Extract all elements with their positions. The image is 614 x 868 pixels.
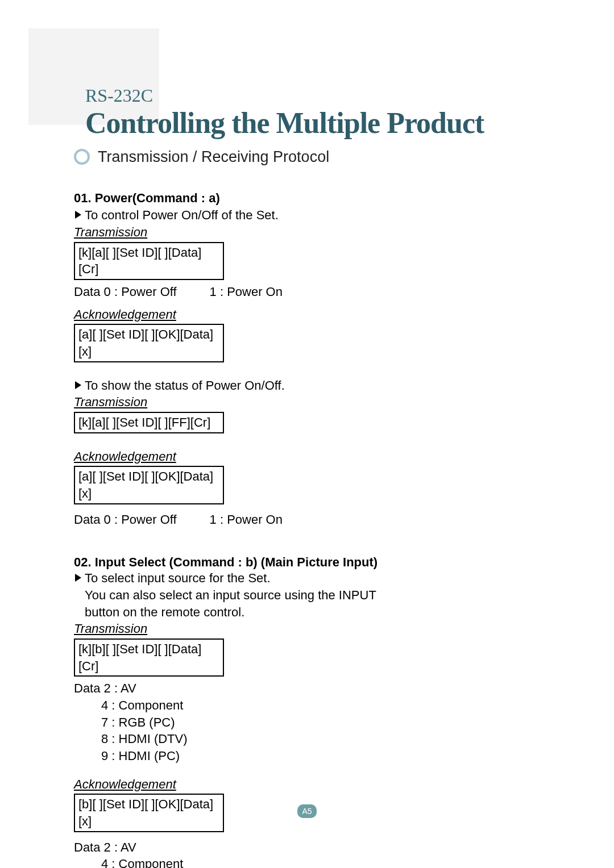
content: Transmission / Receiving Protocol 01. Po… [74,147,540,868]
header-title: Controlling the Multiple Product [85,106,484,140]
cmd2-ack-label: Acknowledgement [74,776,540,793]
page-header: RS-232C Controlling the Multiple Product [85,85,557,140]
cmd1-tx1-box: [k][a][ ][Set ID][ ][Data][Cr] [74,242,224,280]
cmd2-desc1c: button on the remote control. [85,605,244,619]
cmd2-tx-box: [k][b][ ][Set ID][ ][Data][Cr] [74,639,224,677]
cmd2-list1-7: 7 : RGB (PC) [74,714,540,731]
page-number: A5 [297,804,316,818]
section-title: Transmission / Receiving Protocol [98,147,329,167]
circle-icon [74,149,90,165]
cmd1-data-a: Data 0 : Power Off [74,283,177,301]
cmd2-tx-label: Transmission [74,620,540,637]
cmd1-ack2-label: Acknowledgement [74,448,540,465]
cmd2-list2-4: 4 : Component [74,856,540,868]
triangle-icon [75,381,81,389]
cmd2-list2: Data 2 : AV 4 : Component 7 : RGB (PC) 8… [74,839,540,868]
cmd1-data2-a: Data 0 : Power Off [74,511,177,528]
cmd1-desc2: To show the status of Power On/Off. [75,377,540,394]
triangle-icon [75,211,81,219]
cmd2-block: 02. Input Select (Command : b) (Main Pic… [74,554,540,868]
cmd2-list1-9: 9 : HDMI (PC) [74,748,540,765]
cmd2-title: 02. Input Select (Command : b) (Main Pic… [74,554,540,571]
cmd1-data2-b: 1 : Power On [210,511,283,528]
cmd2-list2-head: Data 2 : AV [74,839,540,856]
cmd1-ack1-label: Acknowledgement [74,306,540,323]
cmd1-data-b: 1 : Power On [210,283,283,301]
cmd1-data2-row: Data 0 : Power Off 1 : Power On [74,511,540,528]
cmd1-ack1-box: [a][ ][Set ID][ ][OK][Data][x] [74,324,224,362]
cmd2-desc1: To select input source for the Set. You … [75,570,540,620]
cmd1-data-row: Data 0 : Power Off 1 : Power On [74,283,540,301]
cmd1-desc1-text: To control Power On/Off of the Set. [85,207,279,224]
triangle-icon [75,574,81,582]
cmd1-title: 01. Power(Command : a) [74,190,540,207]
header-prefix: RS-232C [85,85,153,106]
cmd2-list1: Data 2 : AV 4 : Component 7 : RGB (PC) 8… [74,680,540,764]
cmd1-desc2-text: To show the status of Power On/Off. [85,377,285,394]
cmd2-list1-4: 4 : Component [74,697,540,714]
cmd1-block: 01. Power(Command : a) To control Power … [74,190,540,528]
cmd2-desc1b: You can also select an input source usin… [85,588,376,602]
page-number-container: A5 [0,804,614,818]
cmd2-list1-head: Data 2 : AV [74,680,540,697]
cmd2-desc1a: To select input source for the Set. [85,571,271,585]
cmd1-ack2-box: [a][ ][Set ID][ ][OK][Data][x] [74,466,224,504]
page: RS-232C Controlling the Multiple Product… [0,0,614,868]
cmd2-list1-8: 8 : HDMI (DTV) [74,731,540,748]
cmd1-tx2-box: [k][a][ ][Set ID][ ][FF][Cr] [74,412,224,433]
section-heading: Transmission / Receiving Protocol [74,147,540,167]
cmd1-tx1-label: Transmission [74,224,540,241]
cmd1-desc1: To control Power On/Off of the Set. [75,207,540,224]
cmd1-tx2-label: Transmission [74,394,540,411]
